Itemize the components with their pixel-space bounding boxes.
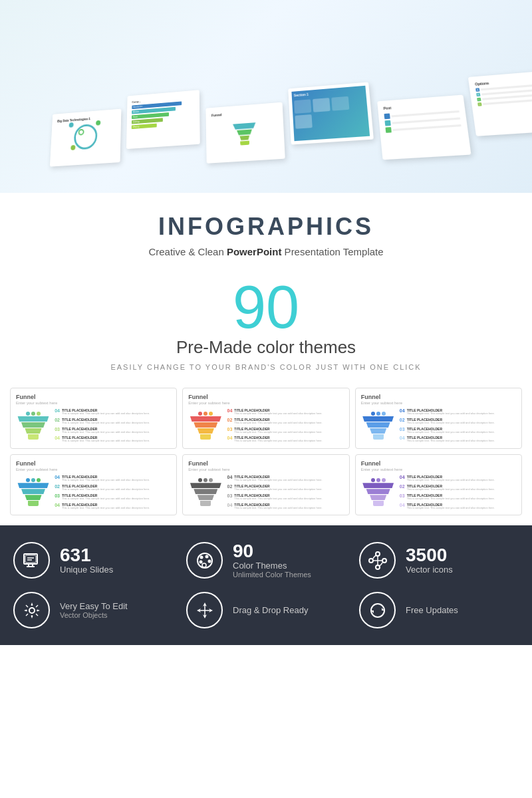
funnel-visual-2 (188, 412, 223, 440)
themes-sublabel: Unlimited Color Themes (233, 571, 311, 579)
funnel-card-title-3: Funnel (361, 394, 516, 400)
title-section: INFOGRAPHICS Creative & Clean PowerPoint… (0, 193, 532, 264)
slides-label: Unique Slides (60, 565, 113, 575)
footer-item-edit: Very Easy To Edit Vector Objects (13, 592, 173, 628)
svg-point-8 (200, 555, 203, 559)
footer-item-dragdrop: Drag & Drop Ready (186, 592, 346, 628)
funnel-grid: Funnel Enter your subtext here 04TITLE P… (0, 388, 532, 525)
funnel-labels-4: 04TITLE PLACEHOLDERThis is sample text. … (53, 475, 171, 509)
funnel-visual-5 (188, 478, 223, 506)
themes-number: 90 (233, 542, 311, 561)
funnel-card-title-2: Funnel (188, 394, 343, 400)
slide-preview-1: Big Data Technologies-1 (50, 108, 121, 166)
palette-icon (186, 542, 223, 579)
svg-rect-1 (25, 555, 36, 563)
slides-number: 631 (60, 546, 113, 565)
main-title: INFOGRAPHICS (13, 213, 519, 241)
svg-point-11 (199, 560, 202, 563)
funnel-labels-1: 04TITLE PLACEHOLDERThis is sample text. … (53, 408, 171, 443)
funnel-labels-6: 04TITLE PLACEHOLDERThis is sample text. … (398, 475, 516, 509)
slides-icon (13, 542, 50, 579)
funnel-card-sub-3: Enter your subtext here (361, 401, 516, 405)
funnel-card-sub-6: Enter your subtext here (361, 467, 516, 471)
subtitle: Creative & Clean PowerPoint Presentation… (13, 246, 519, 257)
funnel-card-sub-4: Enter your subtext here (16, 467, 171, 471)
slide-preview-6: Options A B C (468, 69, 532, 136)
funnel-card-3: Funnel Enter your subtext here 04TITLE P… (355, 388, 522, 449)
footer-item-updates: Free Updates (359, 592, 519, 628)
refresh-icon (359, 592, 396, 628)
funnel-card-5: Funnel Enter your subtext here 04TITLE P… (182, 454, 349, 515)
footer-item-themes: 90 Color Themes Unlimited Color Themes (186, 542, 346, 579)
funnel-card-sub-5: Enter your subtext here (188, 467, 343, 471)
subtitle-end: Presentation Template (281, 246, 383, 257)
footer-item-icons: 3500 Vector icons (359, 542, 519, 579)
themes-label: Color Themes (233, 561, 311, 571)
hero-slides: Big Data Technologies-1 (51, 59, 532, 154)
slide-preview-3: Funnel (205, 102, 285, 163)
updates-label: Free Updates (406, 605, 458, 615)
funnel-labels-5: 04TITLE PLACEHOLDERThis is sample text. … (225, 475, 343, 509)
hero-section: Big Data Technologies-1 (0, 0, 532, 193)
svg-point-12 (202, 563, 206, 567)
funnel-card-sub-1: Enter your subtext here (16, 401, 171, 405)
funnel-card-4: Funnel Enter your subtext here 04TITLE P… (10, 454, 177, 515)
subtitle-bold: PowerPoint (227, 246, 282, 257)
icons-label: Vector icons (406, 565, 453, 575)
footer-section: 631 Unique Slides 90 Color Themes Unlimi… (0, 525, 532, 645)
gear-icon (13, 592, 50, 628)
svg-point-10 (207, 559, 211, 563)
svg-point-14 (382, 559, 386, 563)
slide-preview-4: Section 1 (288, 82, 374, 144)
slide-preview-5: Post (377, 94, 471, 160)
themes-label: Pre-Made color themes (13, 337, 519, 358)
funnel-card-title-6: Funnel (361, 460, 516, 467)
funnel-labels-3: 04TITLE PLACEHOLDERThis is sample text. … (398, 408, 516, 443)
subtitle-start: Creative & Clean (148, 246, 227, 257)
funnel-visual-3 (361, 412, 396, 440)
funnel-card-sub-2: Enter your subtext here (188, 401, 343, 405)
funnel-card-2: Funnel Enter your subtext here 04TITLE P… (182, 388, 349, 449)
vector-icon (359, 542, 396, 579)
svg-point-19 (29, 608, 35, 613)
funnel-card-title-4: Funnel (16, 460, 171, 467)
slide-preview-2: Comp... Introduction Mission Vision Stra… (126, 90, 200, 149)
icons-number: 3500 (406, 546, 453, 565)
funnel-visual-4 (16, 478, 51, 506)
funnel-card-1: Funnel Enter your subtext here 04TITLE P… (10, 388, 177, 449)
edit-sublabel: Vector Objects (60, 611, 128, 619)
svg-point-13 (369, 559, 373, 563)
svg-point-9 (205, 555, 208, 558)
move-icon (186, 592, 223, 628)
edit-label: Very Easy To Edit (60, 601, 128, 611)
number-section: 90 Pre-Made color themes EASILY CHANGE T… (0, 264, 532, 388)
funnel-card-6: Funnel Enter your subtext here 04TITLE P… (355, 454, 522, 515)
funnel-visual-6 (361, 478, 396, 506)
funnel-card-title-5: Funnel (188, 460, 343, 467)
big-number: 90 (13, 277, 519, 337)
footer-item-slides: 631 Unique Slides (13, 542, 173, 579)
funnel-labels-2: 04TITLE PLACEHOLDERThis is sample text. … (225, 408, 343, 443)
funnel-visual-1 (16, 412, 51, 440)
funnel-card-title-1: Funnel (16, 394, 171, 400)
dragdrop-label: Drag & Drop Ready (233, 605, 308, 615)
themes-sublabel: EASILY CHANGE TO YOUR BRAND'S COLOR JUST… (13, 363, 519, 371)
